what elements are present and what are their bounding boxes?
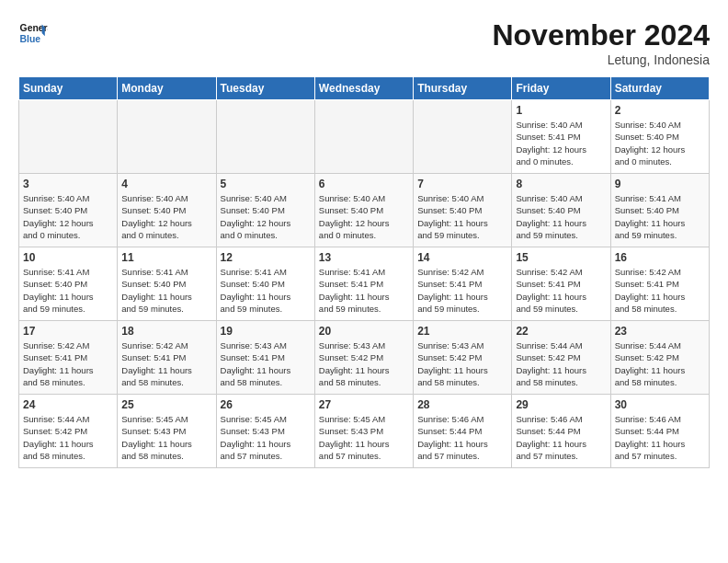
day-info: Sunrise: 5:40 AM Sunset: 5:40 PM Dayligh… [615, 119, 705, 167]
subtitle: Letung, Indonesia [492, 52, 710, 67]
calendar-cell: 21Sunrise: 5:43 AM Sunset: 5:42 PM Dayli… [414, 321, 512, 395]
day-number: 24 [23, 398, 113, 411]
calendar-week-2: 3Sunrise: 5:40 AM Sunset: 5:40 PM Daylig… [19, 174, 710, 247]
month-title: November 2024 [492, 18, 710, 52]
day-number: 30 [615, 398, 705, 411]
calendar-cell: 9Sunrise: 5:41 AM Sunset: 5:40 PM Daylig… [610, 174, 709, 247]
calendar-week-4: 17Sunrise: 5:42 AM Sunset: 5:41 PM Dayli… [19, 321, 710, 395]
day-info: Sunrise: 5:40 AM Sunset: 5:41 PM Dayligh… [516, 119, 606, 167]
calendar-cell: 29Sunrise: 5:46 AM Sunset: 5:44 PM Dayli… [512, 395, 610, 468]
logo: General Blue [18, 18, 48, 48]
calendar-cell: 15Sunrise: 5:42 AM Sunset: 5:41 PM Dayli… [512, 247, 610, 321]
day-number: 9 [615, 178, 705, 190]
day-info: Sunrise: 5:40 AM Sunset: 5:40 PM Dayligh… [516, 192, 606, 241]
day-number: 20 [319, 325, 409, 338]
day-info: Sunrise: 5:42 AM Sunset: 5:41 PM Dayligh… [516, 266, 606, 315]
day-info: Sunrise: 5:45 AM Sunset: 5:43 PM Dayligh… [319, 413, 409, 462]
day-info: Sunrise: 5:42 AM Sunset: 5:41 PM Dayligh… [417, 266, 507, 315]
day-info: Sunrise: 5:42 AM Sunset: 5:41 PM Dayligh… [23, 339, 113, 388]
day-info: Sunrise: 5:41 AM Sunset: 5:41 PM Dayligh… [319, 266, 409, 315]
day-info: Sunrise: 5:44 AM Sunset: 5:42 PM Dayligh… [23, 413, 113, 462]
day-info: Sunrise: 5:40 AM Sunset: 5:40 PM Dayligh… [319, 192, 409, 241]
day-info: Sunrise: 5:46 AM Sunset: 5:44 PM Dayligh… [417, 413, 507, 462]
day-info: Sunrise: 5:40 AM Sunset: 5:40 PM Dayligh… [23, 192, 113, 241]
calendar-table: SundayMondayTuesdayWednesdayThursdayFrid… [18, 76, 710, 468]
calendar-week-1: 1Sunrise: 5:40 AM Sunset: 5:41 PM Daylig… [19, 100, 710, 174]
calendar-cell: 24Sunrise: 5:44 AM Sunset: 5:42 PM Dayli… [19, 395, 118, 468]
calendar-cell: 25Sunrise: 5:45 AM Sunset: 5:43 PM Dayli… [118, 395, 216, 468]
logo-icon: General Blue [18, 18, 48, 48]
day-number: 7 [417, 178, 507, 190]
day-info: Sunrise: 5:44 AM Sunset: 5:42 PM Dayligh… [615, 339, 705, 388]
day-number: 18 [121, 325, 211, 338]
calendar-cell [118, 100, 216, 174]
day-number: 2 [615, 104, 705, 117]
day-number: 10 [23, 251, 113, 264]
calendar-cell: 5Sunrise: 5:40 AM Sunset: 5:40 PM Daylig… [216, 174, 314, 247]
calendar-cell: 7Sunrise: 5:40 AM Sunset: 5:40 PM Daylig… [414, 174, 512, 247]
day-info: Sunrise: 5:40 AM Sunset: 5:40 PM Dayligh… [121, 192, 211, 241]
calendar-cell: 10Sunrise: 5:41 AM Sunset: 5:40 PM Dayli… [19, 247, 118, 321]
day-number: 16 [615, 251, 705, 264]
calendar-cell: 27Sunrise: 5:45 AM Sunset: 5:43 PM Dayli… [314, 395, 413, 468]
day-header-friday: Friday [512, 77, 610, 100]
day-number: 12 [221, 251, 311, 264]
page-header: General Blue November 2024 Letung, Indon… [18, 18, 710, 67]
day-info: Sunrise: 5:41 AM Sunset: 5:40 PM Dayligh… [23, 266, 113, 315]
day-number: 17 [23, 325, 113, 338]
day-info: Sunrise: 5:45 AM Sunset: 5:43 PM Dayligh… [121, 413, 211, 462]
day-info: Sunrise: 5:46 AM Sunset: 5:44 PM Dayligh… [615, 413, 705, 462]
day-info: Sunrise: 5:42 AM Sunset: 5:41 PM Dayligh… [121, 339, 211, 388]
day-number: 19 [221, 325, 311, 338]
day-number: 5 [221, 178, 311, 190]
day-info: Sunrise: 5:43 AM Sunset: 5:42 PM Dayligh… [319, 339, 409, 388]
calendar-cell: 30Sunrise: 5:46 AM Sunset: 5:44 PM Dayli… [610, 395, 709, 468]
day-info: Sunrise: 5:44 AM Sunset: 5:42 PM Dayligh… [516, 339, 606, 388]
day-number: 22 [516, 325, 606, 338]
day-header-thursday: Thursday [414, 77, 512, 100]
calendar-cell: 11Sunrise: 5:41 AM Sunset: 5:40 PM Dayli… [118, 247, 216, 321]
day-number: 13 [319, 251, 409, 264]
calendar-cell: 26Sunrise: 5:45 AM Sunset: 5:43 PM Dayli… [216, 395, 314, 468]
calendar-header-row: SundayMondayTuesdayWednesdayThursdayFrid… [19, 77, 710, 100]
day-info: Sunrise: 5:46 AM Sunset: 5:44 PM Dayligh… [516, 413, 606, 462]
day-number: 6 [319, 178, 409, 190]
day-number: 25 [121, 398, 211, 411]
day-number: 23 [615, 325, 705, 338]
day-header-saturday: Saturday [610, 77, 709, 100]
calendar-week-5: 24Sunrise: 5:44 AM Sunset: 5:42 PM Dayli… [19, 395, 710, 468]
day-number: 14 [417, 251, 507, 264]
day-number: 27 [319, 398, 409, 411]
calendar-cell: 6Sunrise: 5:40 AM Sunset: 5:40 PM Daylig… [314, 174, 413, 247]
calendar-cell: 12Sunrise: 5:41 AM Sunset: 5:40 PM Dayli… [216, 247, 314, 321]
day-number: 28 [417, 398, 507, 411]
calendar-cell: 16Sunrise: 5:42 AM Sunset: 5:41 PM Dayli… [610, 247, 709, 321]
day-number: 3 [23, 178, 113, 190]
calendar-cell: 14Sunrise: 5:42 AM Sunset: 5:41 PM Dayli… [414, 247, 512, 321]
day-header-sunday: Sunday [19, 77, 118, 100]
calendar-cell [19, 100, 118, 174]
day-number: 15 [516, 251, 606, 264]
svg-text:Blue: Blue [20, 34, 41, 44]
day-header-wednesday: Wednesday [314, 77, 413, 100]
calendar-cell: 8Sunrise: 5:40 AM Sunset: 5:40 PM Daylig… [512, 174, 610, 247]
calendar-cell: 28Sunrise: 5:46 AM Sunset: 5:44 PM Dayli… [414, 395, 512, 468]
day-number: 4 [121, 178, 211, 190]
day-info: Sunrise: 5:41 AM Sunset: 5:40 PM Dayligh… [221, 266, 311, 315]
day-info: Sunrise: 5:41 AM Sunset: 5:40 PM Dayligh… [121, 266, 211, 315]
calendar-cell: 1Sunrise: 5:40 AM Sunset: 5:41 PM Daylig… [512, 100, 610, 174]
day-info: Sunrise: 5:43 AM Sunset: 5:42 PM Dayligh… [417, 339, 507, 388]
title-block: November 2024 Letung, Indonesia [492, 18, 710, 67]
calendar-cell: 2Sunrise: 5:40 AM Sunset: 5:40 PM Daylig… [610, 100, 709, 174]
day-info: Sunrise: 5:40 AM Sunset: 5:40 PM Dayligh… [221, 192, 311, 241]
calendar-body: 1Sunrise: 5:40 AM Sunset: 5:41 PM Daylig… [19, 100, 710, 468]
day-info: Sunrise: 5:41 AM Sunset: 5:40 PM Dayligh… [615, 192, 705, 241]
calendar-cell: 20Sunrise: 5:43 AM Sunset: 5:42 PM Dayli… [314, 321, 413, 395]
day-info: Sunrise: 5:45 AM Sunset: 5:43 PM Dayligh… [221, 413, 311, 462]
day-number: 26 [221, 398, 311, 411]
calendar-cell [216, 100, 314, 174]
calendar-cell: 3Sunrise: 5:40 AM Sunset: 5:40 PM Daylig… [19, 174, 118, 247]
day-info: Sunrise: 5:42 AM Sunset: 5:41 PM Dayligh… [615, 266, 705, 315]
day-number: 29 [516, 398, 606, 411]
calendar-cell: 22Sunrise: 5:44 AM Sunset: 5:42 PM Dayli… [512, 321, 610, 395]
